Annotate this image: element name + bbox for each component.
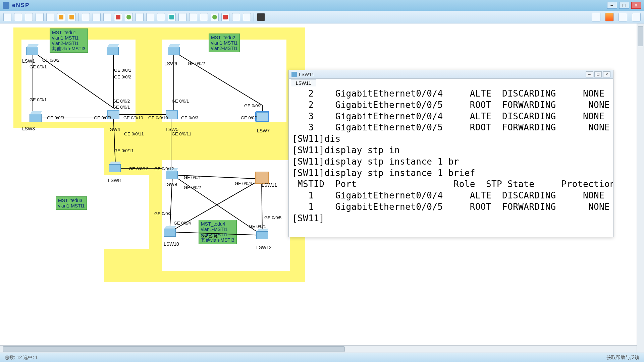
cli-close-button[interactable]: × [603,71,610,77]
toolbar-help-icon[interactable] [632,13,641,21]
window-minimize-button[interactable]: – [607,2,617,9]
toolbar-settings-icon[interactable] [146,13,154,21]
cli-output[interactable]: 2 GigabitEthernet0/0/4 ALTE DISCARDING N… [289,87,613,237]
port-label: GE 0/0/3 [154,211,171,216]
toolbar-undo-icon[interactable] [57,13,65,21]
toolbar-start-icon[interactable] [125,13,133,21]
window-close-button[interactable]: × [631,2,641,9]
port-label: GE 0/0/10 [123,115,143,120]
toolbar-hot-icon[interactable] [605,13,614,21]
label-lsw11: LSW11 [262,182,277,188]
app-logo-icon [3,2,9,9]
toolbar-dark-icon[interactable] [257,13,265,21]
statusbar: 总数: 12 选中: 1 获取帮助与反馈 [0,353,644,362]
cli-maximize-button[interactable]: □ [594,71,602,77]
device-lsw7[interactable] [256,112,268,121]
label-lsw8: LSW8 [108,178,121,183]
topology-canvas[interactable]: MST_tedu1 vlan1-MSTI1 vlan2-MSTI1 其他vlan… [13,27,305,282]
device-lsw6[interactable] [168,44,181,56]
cli-line: [SW11]dis [292,133,610,145]
titlebar: eNSP – □ × [0,0,644,11]
device-lsw12[interactable] [256,229,270,240]
cli-tabbar: LSW11 [289,79,613,87]
toolbar-palette-icon[interactable] [178,13,186,21]
cli-title-text: LSW11 [299,72,314,77]
toolbar-layout-icon[interactable] [157,13,165,21]
cli-prompt[interactable]: [SW11] [292,213,610,224]
toolbar-snapshot-icon[interactable] [592,13,600,21]
port-label: GE 0/0/2 [113,99,130,104]
cli-minimize-button[interactable]: – [586,71,593,77]
device-lsw11[interactable] [255,172,269,184]
port-label: GE 0/0/10 [148,115,168,120]
toolbar-mode-icon[interactable] [619,13,627,21]
note-tedu3: MST_tedu3 vlan1-MSTI1 [56,196,87,210]
cli-tab-lsw11[interactable]: LSW11 [291,79,316,86]
toolbar-align-icon[interactable] [232,13,240,21]
toolbar-redo-icon[interactable] [68,13,76,21]
toolbar-export-icon[interactable] [200,13,208,21]
toolbar-distribute-icon[interactable] [243,13,251,21]
scroll-thumb[interactable] [638,26,643,46]
toolbar-text-icon[interactable] [168,13,176,21]
label-lsw6: LSW6 [164,61,177,66]
device-lsw3[interactable] [30,111,43,123]
toolbar-grid-icon[interactable] [189,13,197,21]
port-label: GE 0/0/12 [154,166,174,171]
toolbar-new-icon[interactable] [3,13,11,21]
scroll-thumb[interactable] [3,346,345,352]
port-label: GE 0/0/4 [235,181,252,186]
port-label: GE 0/0/1 [184,175,201,180]
toolbar-print-icon[interactable] [46,13,54,21]
cli-line: 1 GigabitEthernet0/0/5 ROOT FORWARDING N… [292,201,610,213]
toolbar-zoomout-icon[interactable] [93,13,101,21]
port-label: GE 0/0/3 [94,115,111,120]
port-label: GE 0/0/11 [172,131,192,136]
cli-titlebar[interactable]: LSW11 – □ × [289,70,613,79]
cli-line: [SW11]display stp in [292,145,610,156]
zone-tedu3 [21,175,149,249]
cli-line: 3 GigabitEthernet0/0/5 ROOT FORWARDING N… [292,122,610,133]
toolbar-stop-icon[interactable] [114,13,122,21]
port-label: GE 0/0/2 [244,103,261,108]
window-maximize-button[interactable]: □ [619,2,629,9]
port-label: GE 0/0/4 [174,221,191,226]
toolbar-delete-icon[interactable] [221,13,229,21]
port-label: GE 0/0/1 [30,64,47,69]
cli-window[interactable]: LSW11 – □ × LSW11 2 GigabitEthernet0/0/4… [288,70,613,237]
toolbar-save-icon[interactable] [25,13,33,21]
port-label: GE 0/0/12 [129,166,149,171]
toolbar-zoomin-icon[interactable] [82,13,90,21]
device-lsw1[interactable] [26,44,40,56]
workarea[interactable]: MST_tedu1 vlan1-MSTI1 vlan2-MSTI1 其他vlan… [0,23,644,353]
label-lsw1: LSW1 [22,58,35,64]
note-tedu2: MST_tedu2 vlan1-MSTI1 vlan2-MSTI1 [209,34,240,52]
toolbar-fit-icon[interactable] [103,13,111,21]
port-label: GE 0/0/3 [181,115,198,120]
cli-line: 2 GigabitEthernet0/0/4 ALTE DISCARDING N… [292,88,610,100]
toolbar-open-icon[interactable] [14,13,22,21]
port-label: GE 0/0/1 [30,97,47,102]
cli-line: 3 GigabitEthernet0/0/4 ALTE DISCARDING N… [292,111,610,122]
port-label: GE 0/0/2 [188,61,205,66]
device-lsw10[interactable] [164,226,177,237]
toolbar-saveas-icon[interactable] [36,13,44,21]
port-label: GE 0/0/5 [264,215,281,220]
toolbar-separator [254,13,254,21]
port-label: GE 0/0/5 [201,234,218,239]
toolbar-run-icon[interactable] [211,13,219,21]
cli-line: [SW11]display stp instance 1 brief [292,168,610,179]
cli-line: 1 GigabitEthernet0/0/4 ALTE DISCARDING N… [292,190,610,201]
port-label: GE 0/0/1 [113,105,130,110]
port-label: GE 0/0/2 [114,74,131,79]
label-lsw7: LSW7 [257,128,270,133]
toolbar-capture-icon[interactable] [136,13,144,21]
vertical-scrollbar[interactable] [637,23,644,353]
port-label: GE 0/0/2 [184,185,201,190]
device-lsw2[interactable] [107,44,120,56]
port-label: GE 0/0/1 [114,68,131,73]
horizontal-scrollbar[interactable] [0,345,637,353]
device-lsw8[interactable] [109,162,122,173]
status-left: 总数: 12 选中: 1 [5,355,38,361]
note-tedu1: MST_tedu1 vlan1-MSTI1 vlan2-MSTI1 其他vlan… [50,28,88,53]
